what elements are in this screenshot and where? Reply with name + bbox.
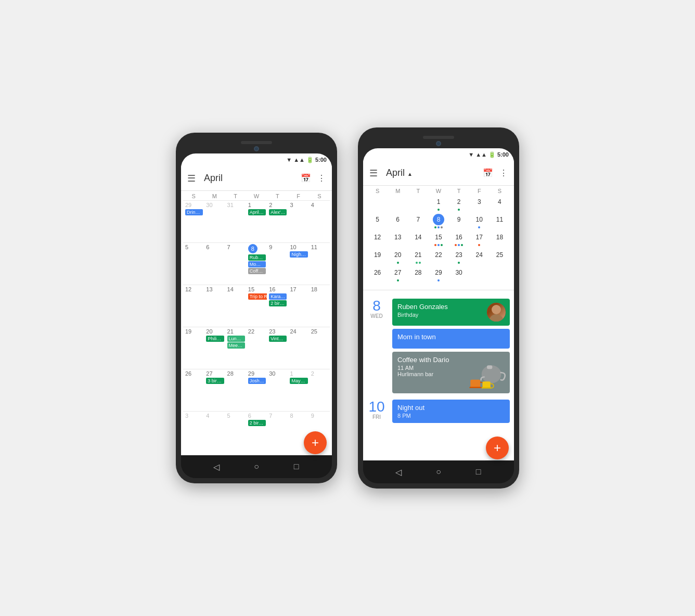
cell-5-may[interactable]: 5 [225, 412, 246, 453]
mini-cell-4[interactable]: 4 [490, 195, 510, 212]
event-card-ruben[interactable]: Ruben Gonzales Birthday [392, 299, 510, 326]
more-icon-1[interactable]: ⋮ [317, 173, 326, 183]
mini-cell-16[interactable]: 16 [449, 230, 469, 247]
cell-8-apr[interactable]: 8Ruben's biMom in toCoffee wi [246, 243, 267, 285]
cell-28-apr[interactable]: 28 [225, 369, 246, 411]
mini-cell-12[interactable]: 12 [367, 230, 388, 247]
cell-2-may[interactable]: 2 [309, 369, 330, 411]
cell-16-apr[interactable]: 16Kara's vet2 birthday [267, 285, 288, 327]
mini-cell-empty3[interactable] [408, 195, 428, 212]
week-3: 12 13 14 15 Trip to Rome 16Kara's vet2 b… [183, 285, 330, 327]
mini-cell-empty-f[interactable] [469, 266, 490, 283]
cell-14-apr[interactable]: 14 [225, 285, 246, 327]
mini-cell-empty2[interactable] [388, 195, 408, 212]
cell-22-apr[interactable]: 22 [246, 327, 267, 369]
mini-cell-19[interactable]: 19 [367, 248, 388, 265]
mini-cell-25[interactable]: 25 [490, 248, 510, 265]
mini-cell-9[interactable]: 9 [449, 213, 469, 229]
mini-cell-10[interactable]: 10 [469, 213, 490, 229]
calendar-icon-1[interactable]: 📅 [301, 173, 311, 183]
back-button-2[interactable]: ◁ [393, 466, 404, 478]
event-card-nightout[interactable]: Night out 8 PM [392, 400, 510, 423]
mini-cell-11[interactable]: 11 [490, 213, 510, 229]
week-5: 26 273 birthday 28 29Josh in to 30 1May … [183, 369, 330, 411]
cell-4-may[interactable]: 4 [204, 412, 225, 453]
mini-cell-28[interactable]: 28 [408, 266, 428, 283]
calendar-icon-2[interactable]: 📅 [483, 168, 493, 178]
mini-cell-27[interactable]: 27 [388, 266, 408, 283]
cell-17-apr[interactable]: 17 [288, 285, 308, 327]
mini-cell-5[interactable]: 5 [367, 213, 388, 229]
mini-cell-29[interactable]: 29 [428, 266, 448, 283]
cell-6-apr[interactable]: 6 [204, 243, 225, 285]
cell-5-apr[interactable]: 5 [183, 243, 204, 285]
mini-cell-15[interactable]: 15 [428, 230, 448, 247]
recents-button-2[interactable]: □ [473, 466, 484, 478]
cell-3-apr[interactable]: 3 [288, 201, 308, 242]
cell-7-may[interactable]: 7 [267, 412, 288, 453]
cell-2-apr[interactable]: 2Alex's birt [267, 201, 288, 242]
cell-4-apr[interactable]: 4 [309, 201, 330, 242]
recents-button-1[interactable]: □ [291, 461, 302, 472]
mini-cell-13[interactable]: 13 [388, 230, 408, 247]
cell-7-apr[interactable]: 7 [225, 243, 246, 285]
menu-icon-1[interactable]: ☰ [187, 173, 196, 184]
mini-cell-17[interactable]: 17 [469, 230, 490, 247]
mini-cell-empty-s[interactable] [490, 266, 510, 283]
cell-18-apr[interactable]: 18 [309, 285, 330, 327]
mini-cell-empty1[interactable] [367, 195, 388, 212]
mini-cell-18[interactable]: 18 [490, 230, 510, 247]
home-button-2[interactable]: ○ [433, 466, 444, 478]
cell-10-apr[interactable]: 10Night out [288, 243, 308, 285]
cell-9-apr[interactable]: 9 [267, 243, 288, 285]
cell-29-mar[interactable]: 29Drinks wit [183, 201, 204, 242]
mini-cell-14[interactable]: 14 [408, 230, 428, 247]
cell-1-apr[interactable]: 1April fools [246, 201, 267, 242]
cell-21-apr[interactable]: 21Lunch withMeet Julia [225, 327, 246, 369]
more-icon-2[interactable]: ⋮ [499, 168, 508, 178]
cell-13-apr[interactable]: 13 [204, 285, 225, 327]
svg-point-0 [492, 305, 501, 314]
mini-week-1: 1 2 3 4 [367, 195, 510, 212]
event-card-coffee[interactable]: Coffee with Dario 11 AM Hurlimann bar [392, 352, 510, 393]
cell-1-may[interactable]: 1May Day [288, 369, 308, 411]
mini-cell-3[interactable]: 3 [469, 195, 490, 212]
mini-cell-22[interactable]: 22 [428, 248, 448, 265]
signal-icon-2: ▲▲ [475, 151, 487, 158]
cell-25-apr[interactable]: 25 [309, 327, 330, 369]
cell-6-may[interactable]: 62 birthday [246, 412, 267, 453]
mini-cell-2[interactable]: 2 [449, 195, 469, 212]
mini-cell-6[interactable]: 6 [388, 213, 408, 229]
mini-cell-7[interactable]: 7 [408, 213, 428, 229]
cell-30-apr[interactable]: 30 [267, 369, 288, 411]
mini-cell-21[interactable]: 21 [408, 248, 428, 265]
event-card-mom[interactable]: Mom in town [392, 329, 510, 349]
mini-cell-20[interactable]: 20 [388, 248, 408, 265]
mini-cell-24[interactable]: 24 [469, 248, 490, 265]
cell-20-apr[interactable]: 20Philipp's b [204, 327, 225, 369]
cell-15-apr[interactable]: 15 Trip to Rome [246, 285, 267, 327]
cell-29-apr[interactable]: 29Josh in to [246, 369, 267, 411]
cell-23-apr[interactable]: 23Vintage cl [267, 327, 288, 369]
cell-19-apr[interactable]: 19 [183, 327, 204, 369]
menu-icon-2[interactable]: ☰ [369, 168, 378, 179]
mini-cell-8-today[interactable]: 8 [428, 213, 448, 229]
mini-cell-30[interactable]: 30 [449, 266, 469, 283]
cell-27-apr[interactable]: 273 birthday [204, 369, 225, 411]
fab-2[interactable]: + [486, 437, 509, 459]
cell-30-mar[interactable]: 30 [204, 201, 225, 242]
mini-cell-23[interactable]: 23 [449, 248, 469, 265]
cell-3-may[interactable]: 3 [183, 412, 204, 453]
home-button-1[interactable]: ○ [251, 461, 262, 472]
app-title-1: April [204, 173, 294, 184]
back-button-1[interactable]: ◁ [211, 461, 222, 472]
cell-12-apr[interactable]: 12 [183, 285, 204, 327]
cell-24-apr[interactable]: 24 [288, 327, 308, 369]
cell-11-apr[interactable]: 11 [309, 243, 330, 285]
cell-31-mar[interactable]: 31 [225, 201, 246, 242]
mini-cell-1[interactable]: 1 [428, 195, 448, 212]
event-title-nightout: Night out [397, 404, 505, 412]
fab-1[interactable]: + [304, 431, 327, 454]
mini-cell-26[interactable]: 26 [367, 266, 388, 283]
cell-26-apr[interactable]: 26 [183, 369, 204, 411]
